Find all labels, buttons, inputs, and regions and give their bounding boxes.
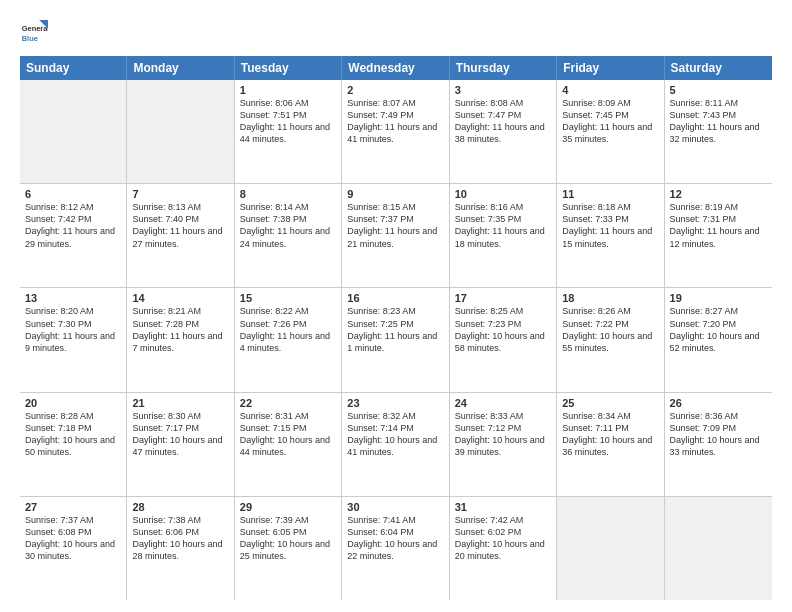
cell-info: Sunrise: 8:32 AM Sunset: 7:14 PM Dayligh… [347, 410, 443, 459]
cell-info: Sunrise: 7:41 AM Sunset: 6:04 PM Dayligh… [347, 514, 443, 563]
calendar-cell: 5Sunrise: 8:11 AM Sunset: 7:43 PM Daylig… [665, 80, 772, 183]
day-number: 8 [240, 188, 336, 200]
cell-info: Sunrise: 8:06 AM Sunset: 7:51 PM Dayligh… [240, 97, 336, 146]
calendar-cell: 26Sunrise: 8:36 AM Sunset: 7:09 PM Dayli… [665, 393, 772, 496]
day-number: 16 [347, 292, 443, 304]
cell-info: Sunrise: 8:23 AM Sunset: 7:25 PM Dayligh… [347, 305, 443, 354]
day-number: 30 [347, 501, 443, 513]
page: General Blue SundayMondayTuesdayWednesda… [0, 0, 792, 612]
cell-info: Sunrise: 8:27 AM Sunset: 7:20 PM Dayligh… [670, 305, 767, 354]
header-day-sunday: Sunday [20, 56, 127, 80]
calendar-cell: 23Sunrise: 8:32 AM Sunset: 7:14 PM Dayli… [342, 393, 449, 496]
day-number: 23 [347, 397, 443, 409]
svg-text:Blue: Blue [22, 34, 38, 43]
day-number: 2 [347, 84, 443, 96]
cell-info: Sunrise: 8:33 AM Sunset: 7:12 PM Dayligh… [455, 410, 551, 459]
cell-info: Sunrise: 8:16 AM Sunset: 7:35 PM Dayligh… [455, 201, 551, 250]
cell-info: Sunrise: 8:18 AM Sunset: 7:33 PM Dayligh… [562, 201, 658, 250]
calendar-cell: 4Sunrise: 8:09 AM Sunset: 7:45 PM Daylig… [557, 80, 664, 183]
calendar-week-3: 13Sunrise: 8:20 AM Sunset: 7:30 PM Dayli… [20, 288, 772, 392]
calendar-cell [20, 80, 127, 183]
day-number: 9 [347, 188, 443, 200]
calendar-header: SundayMondayTuesdayWednesdayThursdayFrid… [20, 56, 772, 80]
cell-info: Sunrise: 8:31 AM Sunset: 7:15 PM Dayligh… [240, 410, 336, 459]
calendar-cell: 29Sunrise: 7:39 AM Sunset: 6:05 PM Dayli… [235, 497, 342, 600]
calendar-cell: 25Sunrise: 8:34 AM Sunset: 7:11 PM Dayli… [557, 393, 664, 496]
cell-info: Sunrise: 7:42 AM Sunset: 6:02 PM Dayligh… [455, 514, 551, 563]
cell-info: Sunrise: 7:39 AM Sunset: 6:05 PM Dayligh… [240, 514, 336, 563]
day-number: 21 [132, 397, 228, 409]
day-number: 5 [670, 84, 767, 96]
calendar-cell: 7Sunrise: 8:13 AM Sunset: 7:40 PM Daylig… [127, 184, 234, 287]
day-number: 31 [455, 501, 551, 513]
calendar-cell: 2Sunrise: 8:07 AM Sunset: 7:49 PM Daylig… [342, 80, 449, 183]
calendar-cell: 28Sunrise: 7:38 AM Sunset: 6:06 PM Dayli… [127, 497, 234, 600]
calendar-cell: 16Sunrise: 8:23 AM Sunset: 7:25 PM Dayli… [342, 288, 449, 391]
cell-info: Sunrise: 8:30 AM Sunset: 7:17 PM Dayligh… [132, 410, 228, 459]
calendar-cell: 1Sunrise: 8:06 AM Sunset: 7:51 PM Daylig… [235, 80, 342, 183]
logo: General Blue [20, 20, 52, 48]
cell-info: Sunrise: 7:38 AM Sunset: 6:06 PM Dayligh… [132, 514, 228, 563]
day-number: 4 [562, 84, 658, 96]
day-number: 7 [132, 188, 228, 200]
calendar-cell: 18Sunrise: 8:26 AM Sunset: 7:22 PM Dayli… [557, 288, 664, 391]
cell-info: Sunrise: 8:11 AM Sunset: 7:43 PM Dayligh… [670, 97, 767, 146]
calendar-cell: 22Sunrise: 8:31 AM Sunset: 7:15 PM Dayli… [235, 393, 342, 496]
calendar-cell: 9Sunrise: 8:15 AM Sunset: 7:37 PM Daylig… [342, 184, 449, 287]
cell-info: Sunrise: 8:12 AM Sunset: 7:42 PM Dayligh… [25, 201, 121, 250]
cell-info: Sunrise: 8:20 AM Sunset: 7:30 PM Dayligh… [25, 305, 121, 354]
calendar-cell: 17Sunrise: 8:25 AM Sunset: 7:23 PM Dayli… [450, 288, 557, 391]
calendar-cell: 15Sunrise: 8:22 AM Sunset: 7:26 PM Dayli… [235, 288, 342, 391]
calendar-cell: 12Sunrise: 8:19 AM Sunset: 7:31 PM Dayli… [665, 184, 772, 287]
day-number: 20 [25, 397, 121, 409]
cell-info: Sunrise: 8:25 AM Sunset: 7:23 PM Dayligh… [455, 305, 551, 354]
cell-info: Sunrise: 8:08 AM Sunset: 7:47 PM Dayligh… [455, 97, 551, 146]
day-number: 12 [670, 188, 767, 200]
day-number: 19 [670, 292, 767, 304]
day-number: 17 [455, 292, 551, 304]
day-number: 24 [455, 397, 551, 409]
day-number: 3 [455, 84, 551, 96]
calendar-cell: 13Sunrise: 8:20 AM Sunset: 7:30 PM Dayli… [20, 288, 127, 391]
calendar-cell: 10Sunrise: 8:16 AM Sunset: 7:35 PM Dayli… [450, 184, 557, 287]
cell-info: Sunrise: 8:09 AM Sunset: 7:45 PM Dayligh… [562, 97, 658, 146]
cell-info: Sunrise: 8:26 AM Sunset: 7:22 PM Dayligh… [562, 305, 658, 354]
cell-info: Sunrise: 8:28 AM Sunset: 7:18 PM Dayligh… [25, 410, 121, 459]
header-day-monday: Monday [127, 56, 234, 80]
calendar-cell: 14Sunrise: 8:21 AM Sunset: 7:28 PM Dayli… [127, 288, 234, 391]
header-day-saturday: Saturday [665, 56, 772, 80]
day-number: 6 [25, 188, 121, 200]
cell-info: Sunrise: 8:07 AM Sunset: 7:49 PM Dayligh… [347, 97, 443, 146]
cell-info: Sunrise: 8:19 AM Sunset: 7:31 PM Dayligh… [670, 201, 767, 250]
day-number: 10 [455, 188, 551, 200]
calendar-cell [557, 497, 664, 600]
calendar-cell: 30Sunrise: 7:41 AM Sunset: 6:04 PM Dayli… [342, 497, 449, 600]
logo-icon: General Blue [20, 20, 48, 48]
calendar-cell: 27Sunrise: 7:37 AM Sunset: 6:08 PM Dayli… [20, 497, 127, 600]
day-number: 18 [562, 292, 658, 304]
day-number: 1 [240, 84, 336, 96]
calendar-week-4: 20Sunrise: 8:28 AM Sunset: 7:18 PM Dayli… [20, 393, 772, 497]
calendar-week-2: 6Sunrise: 8:12 AM Sunset: 7:42 PM Daylig… [20, 184, 772, 288]
header-day-tuesday: Tuesday [235, 56, 342, 80]
calendar-cell: 21Sunrise: 8:30 AM Sunset: 7:17 PM Dayli… [127, 393, 234, 496]
day-number: 25 [562, 397, 658, 409]
calendar-cell [127, 80, 234, 183]
day-number: 26 [670, 397, 767, 409]
cell-info: Sunrise: 8:14 AM Sunset: 7:38 PM Dayligh… [240, 201, 336, 250]
cell-info: Sunrise: 8:36 AM Sunset: 7:09 PM Dayligh… [670, 410, 767, 459]
cell-info: Sunrise: 7:37 AM Sunset: 6:08 PM Dayligh… [25, 514, 121, 563]
day-number: 11 [562, 188, 658, 200]
calendar-cell [665, 497, 772, 600]
day-number: 29 [240, 501, 336, 513]
cell-info: Sunrise: 8:34 AM Sunset: 7:11 PM Dayligh… [562, 410, 658, 459]
calendar-cell: 31Sunrise: 7:42 AM Sunset: 6:02 PM Dayli… [450, 497, 557, 600]
calendar: SundayMondayTuesdayWednesdayThursdayFrid… [20, 56, 772, 600]
header-day-friday: Friday [557, 56, 664, 80]
day-number: 15 [240, 292, 336, 304]
calendar-cell: 19Sunrise: 8:27 AM Sunset: 7:20 PM Dayli… [665, 288, 772, 391]
calendar-cell: 20Sunrise: 8:28 AM Sunset: 7:18 PM Dayli… [20, 393, 127, 496]
header-day-thursday: Thursday [450, 56, 557, 80]
cell-info: Sunrise: 8:13 AM Sunset: 7:40 PM Dayligh… [132, 201, 228, 250]
cell-info: Sunrise: 8:21 AM Sunset: 7:28 PM Dayligh… [132, 305, 228, 354]
